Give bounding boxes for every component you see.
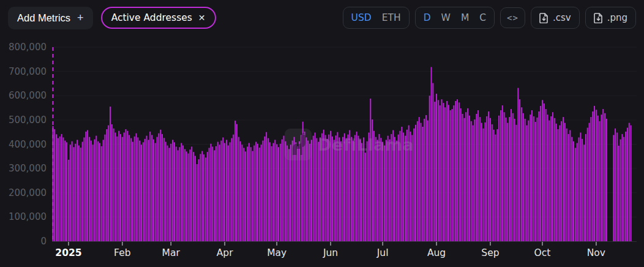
bar[interactable] [257, 144, 258, 241]
bar[interactable] [613, 135, 614, 241]
bar[interactable] [596, 110, 597, 241]
bar[interactable] [170, 144, 171, 241]
bar[interactable] [453, 105, 454, 241]
bar[interactable] [484, 122, 485, 241]
bar[interactable] [294, 137, 295, 241]
bar[interactable] [511, 109, 512, 241]
bar[interactable] [403, 132, 404, 241]
bar[interactable] [271, 146, 272, 241]
bar[interactable] [292, 141, 293, 241]
bar[interactable] [558, 129, 559, 241]
bar[interactable] [127, 131, 128, 241]
bar[interactable] [247, 146, 248, 241]
bar[interactable] [305, 137, 307, 241]
bar[interactable] [417, 121, 418, 241]
bar[interactable] [384, 145, 385, 241]
bar[interactable] [505, 118, 506, 241]
bar[interactable] [597, 116, 599, 241]
bar[interactable] [259, 148, 260, 241]
bar[interactable] [176, 146, 177, 241]
bar[interactable] [153, 140, 154, 241]
bar[interactable] [493, 130, 495, 241]
bar[interactable] [115, 132, 116, 241]
bar[interactable] [455, 101, 456, 241]
bar[interactable] [370, 99, 371, 241]
bar[interactable] [334, 140, 335, 241]
bar[interactable] [205, 157, 206, 241]
embed-button[interactable]: <> [500, 7, 525, 28]
bar[interactable] [373, 131, 375, 241]
bar[interactable] [450, 110, 451, 241]
bar[interactable] [335, 135, 337, 241]
bar[interactable] [523, 113, 524, 241]
bar[interactable] [533, 116, 534, 241]
bar[interactable] [424, 119, 425, 241]
bar[interactable] [425, 115, 427, 241]
bar[interactable] [601, 115, 602, 241]
bar[interactable] [389, 140, 391, 241]
bar[interactable] [361, 143, 362, 241]
bar[interactable] [606, 119, 607, 241]
bar[interactable] [250, 147, 252, 241]
bar[interactable] [186, 151, 187, 241]
bar[interactable] [422, 127, 423, 241]
bar[interactable] [463, 118, 465, 241]
bar[interactable] [571, 137, 572, 241]
bar[interactable] [415, 125, 416, 241]
bar[interactable] [313, 136, 314, 241]
bar[interactable] [446, 101, 447, 241]
bar[interactable] [215, 146, 217, 241]
bar[interactable] [297, 146, 298, 241]
bar[interactable] [537, 118, 538, 241]
bar[interactable] [172, 140, 173, 241]
bar[interactable] [443, 103, 444, 241]
bar[interactable] [179, 147, 180, 241]
bar[interactable] [214, 150, 215, 241]
bar[interactable] [184, 149, 185, 241]
bar[interactable] [517, 88, 519, 241]
bar[interactable] [278, 147, 279, 241]
bar[interactable] [549, 121, 550, 241]
bar[interactable] [339, 137, 340, 241]
bar[interactable] [396, 141, 397, 241]
bar[interactable] [148, 140, 149, 241]
bar[interactable] [304, 132, 305, 241]
bar[interactable] [592, 111, 593, 241]
bar[interactable] [144, 139, 146, 241]
bar[interactable] [351, 137, 352, 241]
bar[interactable] [367, 141, 368, 241]
bar[interactable] [188, 154, 189, 241]
bar[interactable] [269, 142, 271, 241]
bar[interactable] [471, 121, 472, 241]
bar[interactable] [134, 137, 135, 241]
bar[interactable] [469, 116, 470, 241]
bar[interactable] [245, 151, 246, 241]
bar[interactable] [89, 137, 90, 241]
bar[interactable] [139, 141, 140, 241]
bar[interactable] [462, 114, 463, 241]
bar[interactable] [346, 138, 347, 241]
bar[interactable] [544, 103, 545, 241]
bar[interactable] [276, 145, 277, 242]
bar[interactable] [547, 115, 549, 241]
bar[interactable] [411, 135, 413, 241]
bar[interactable] [125, 129, 127, 241]
bar[interactable] [431, 67, 432, 241]
bar[interactable] [542, 100, 543, 241]
bar[interactable] [174, 142, 175, 241]
bar[interactable] [550, 116, 552, 241]
bar[interactable] [590, 117, 591, 241]
add-metrics-button[interactable]: Add Metrics + [8, 7, 93, 29]
bar[interactable] [58, 138, 59, 241]
bar[interactable] [110, 107, 111, 241]
bar[interactable] [496, 129, 498, 241]
bar[interactable] [486, 116, 487, 241]
bar[interactable] [492, 124, 493, 241]
bar[interactable] [530, 115, 531, 241]
bar[interactable] [618, 146, 620, 241]
bar[interactable] [483, 129, 484, 241]
bar[interactable] [392, 130, 394, 241]
bar[interactable] [452, 109, 453, 241]
bar[interactable] [580, 132, 581, 241]
bar[interactable] [189, 149, 190, 241]
